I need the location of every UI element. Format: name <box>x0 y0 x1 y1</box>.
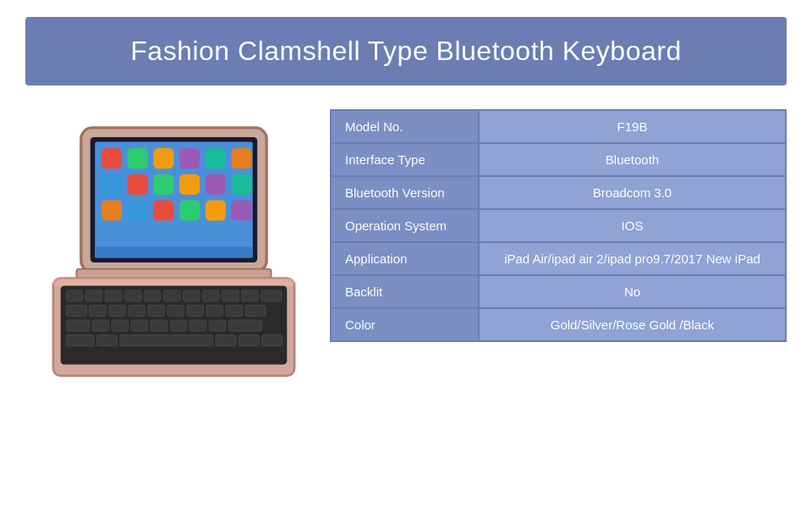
svg-rect-33 <box>202 290 219 301</box>
svg-rect-7 <box>206 148 226 168</box>
svg-rect-15 <box>102 200 122 220</box>
svg-rect-43 <box>187 305 204 316</box>
svg-rect-23 <box>76 269 271 279</box>
svg-rect-30 <box>144 290 161 301</box>
table-row: ApplicationiPad Air/ipad air 2/ipad pro9… <box>331 242 786 275</box>
spec-value: Broadcom 3.0 <box>479 176 786 209</box>
svg-rect-57 <box>96 335 117 346</box>
spec-label: Interface Type <box>331 143 479 176</box>
svg-rect-9 <box>102 174 122 195</box>
svg-rect-42 <box>167 305 184 316</box>
svg-rect-62 <box>53 279 294 286</box>
svg-rect-6 <box>179 148 200 168</box>
spec-label: Model No. <box>331 110 479 143</box>
svg-rect-5 <box>153 148 173 168</box>
svg-rect-51 <box>151 320 167 331</box>
svg-rect-61 <box>262 335 283 346</box>
svg-rect-27 <box>85 290 102 301</box>
svg-rect-35 <box>242 290 259 301</box>
spec-value: iPad Air/ipad air 2/ipad pro9.7/2017 New… <box>479 242 786 275</box>
svg-rect-16 <box>128 200 148 220</box>
page-title: Fashion Clamshell Type Bluetooth Keyboar… <box>130 36 681 66</box>
svg-rect-37 <box>66 305 86 316</box>
svg-rect-59 <box>216 335 236 346</box>
svg-rect-18 <box>179 200 200 220</box>
svg-rect-53 <box>189 320 206 331</box>
spec-value: Gold/Silver/Rose Gold /Black <box>479 308 786 341</box>
svg-rect-21 <box>95 246 252 257</box>
table-row: Interface TypeBluetooth <box>331 143 786 176</box>
table-row: Model No.F19B <box>331 110 786 143</box>
svg-rect-56 <box>66 335 94 346</box>
table-row: ColorGold/Silver/Rose Gold /Black <box>331 308 786 341</box>
title-banner: Fashion Clamshell Type Bluetooth Keyboar… <box>25 17 787 86</box>
specs-table: Model No.F19BInterface TypeBluetoothBlue… <box>330 109 787 342</box>
svg-rect-55 <box>228 320 261 331</box>
svg-rect-8 <box>231 148 251 168</box>
spec-label: Backlit <box>331 275 479 308</box>
svg-rect-39 <box>109 305 126 316</box>
svg-rect-54 <box>209 320 226 331</box>
spec-label: Color <box>331 308 479 341</box>
svg-rect-28 <box>105 290 122 301</box>
svg-rect-20 <box>231 200 251 220</box>
svg-rect-49 <box>112 320 129 331</box>
svg-rect-3 <box>102 148 122 168</box>
spec-value: Bluetooth <box>479 143 786 176</box>
table-row: BacklitNo <box>331 275 786 308</box>
table-row: Operation SystemIOS <box>331 209 786 242</box>
svg-rect-31 <box>163 290 180 301</box>
svg-rect-34 <box>222 290 239 301</box>
product-image <box>25 109 313 397</box>
spec-label: Application <box>331 242 479 275</box>
svg-rect-26 <box>66 290 83 301</box>
spec-value: F19B <box>479 110 786 143</box>
svg-rect-38 <box>90 305 107 316</box>
svg-rect-45 <box>226 305 243 316</box>
svg-rect-41 <box>148 305 165 316</box>
svg-rect-52 <box>170 320 187 331</box>
svg-rect-40 <box>129 305 145 316</box>
svg-rect-44 <box>206 305 223 316</box>
main-content: Model No.F19BInterface TypeBluetoothBlue… <box>25 109 787 397</box>
svg-rect-29 <box>124 290 141 301</box>
spec-label: Bluetooth Version <box>331 176 479 209</box>
svg-rect-48 <box>92 320 109 331</box>
svg-rect-32 <box>183 290 200 301</box>
svg-rect-36 <box>261 290 282 301</box>
svg-rect-17 <box>153 200 173 220</box>
svg-rect-58 <box>120 335 213 346</box>
svg-rect-60 <box>239 335 259 346</box>
svg-rect-50 <box>131 320 148 331</box>
spec-value: IOS <box>479 209 786 242</box>
svg-rect-46 <box>245 305 266 316</box>
product-image-area <box>25 109 313 397</box>
svg-rect-47 <box>66 320 89 331</box>
svg-rect-12 <box>179 174 200 195</box>
spec-value: No <box>479 275 786 308</box>
svg-rect-11 <box>153 174 173 195</box>
svg-rect-13 <box>206 174 226 195</box>
svg-rect-10 <box>128 174 148 195</box>
svg-rect-14 <box>231 174 251 195</box>
svg-rect-4 <box>128 148 148 168</box>
table-row: Bluetooth VersionBroadcom 3.0 <box>331 176 786 209</box>
page-wrapper: Fashion Clamshell Type Bluetooth Keyboar… <box>0 0 812 508</box>
spec-label: Operation System <box>331 209 479 242</box>
svg-rect-19 <box>206 200 226 220</box>
